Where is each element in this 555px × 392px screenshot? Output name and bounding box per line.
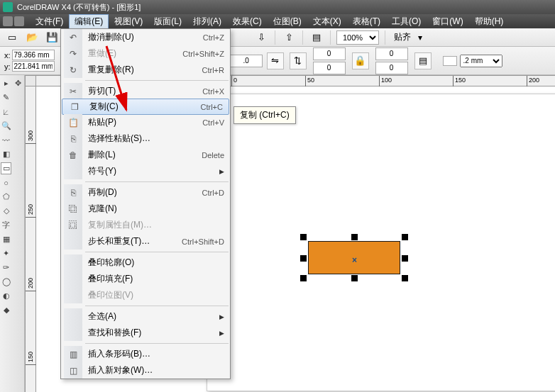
corner-c-input[interactable] [313, 62, 346, 74]
menu-表格t[interactable]: 表格(T) [347, 14, 386, 29]
ruler-tick-label: 100 [381, 77, 392, 84]
x-coord-input[interactable] [12, 50, 55, 60]
menu-item-撤消删除U[interactable]: ↶撤消删除(U)Ctrl+Z [61, 29, 230, 45]
menu-版面l[interactable]: 版面(L) [148, 14, 187, 29]
menu-item-查找和替换F[interactable]: 查找和替换(F)▶ [61, 325, 230, 341]
window-title: CorelDRAW X4 (不可转售) - [图形1] [17, 2, 141, 13]
menu-item-shortcut: Ctrl+X [202, 87, 224, 96]
menu-item-icon: ◫ [64, 362, 82, 379]
menu-item-shortcut: Ctrl+R [202, 66, 224, 74]
handle-mid-left[interactable] [300, 255, 307, 262]
ruler-tick-label: 0 [233, 77, 237, 84]
mirror-v-button[interactable]: ⇅ [290, 52, 307, 69]
shape-tool[interactable]: ✎ [1, 91, 11, 103]
handle-top-right[interactable] [402, 234, 408, 240]
rotation-input[interactable] [230, 55, 263, 67]
interactive-fill-tool[interactable]: ◆ [1, 304, 11, 316]
freehand-tool[interactable]: 〰 [1, 134, 11, 146]
quick-icon-2[interactable] [14, 16, 24, 26]
menu-item-剪切T[interactable]: ✂剪切(T)Ctrl+X [61, 83, 230, 99]
mirror-h-button[interactable]: ⇋ [267, 52, 284, 69]
handle-top-mid[interactable] [351, 234, 358, 240]
handle-mid-right[interactable] [402, 255, 408, 262]
rectangle-tool[interactable]: ▭ [1, 162, 11, 174]
menu-item-粘贴P[interactable]: 📋粘贴(P)Ctrl+V [61, 114, 230, 130]
menu-item-shortcut: Ctrl+C [201, 103, 223, 111]
handle-bot-mid[interactable] [351, 275, 358, 281]
import-button[interactable]: ⇩ [253, 30, 269, 45]
menu-位图b[interactable]: 位图(B) [268, 14, 307, 29]
ruler-vertical[interactable]: 300250200150 [25, 86, 36, 392]
menu-item-插入新对象W[interactable]: ◫插入新对象(W)… [61, 362, 230, 379]
pick-tool[interactable]: ▸ [1, 77, 11, 89]
y-label: y: [4, 62, 11, 71]
handle-bot-right[interactable] [402, 275, 408, 281]
corner-b-input[interactable] [375, 47, 408, 60]
menu-item-label: 插入新对象(W)… [88, 364, 224, 376]
menu-item-再制D[interactable]: ⎘再制(D)Ctrl+D [61, 184, 230, 201]
menu-item-叠印轮廓O[interactable]: 叠印轮廓(O) [61, 254, 230, 271]
menu-item-全选A[interactable]: 全选(A)▶ [61, 308, 230, 325]
menu-item-叠印填充F[interactable]: 叠印填充(F) [61, 271, 230, 287]
menu-窗口w[interactable]: 窗口(W) [427, 14, 468, 29]
outline-width-select[interactable]: .2 mm [460, 55, 502, 67]
fill-tool[interactable]: ◐ [1, 290, 11, 302]
interactive-tool[interactable]: ✦ [1, 247, 11, 259]
menu-item-符号Y[interactable]: 符号(Y)▶ [61, 163, 230, 179]
menu-item-删除L[interactable]: 🗑删除(L)Delete [61, 147, 230, 163]
menu-视图v[interactable]: 视图(V) [109, 14, 148, 29]
menu-item-icon [64, 163, 82, 179]
menu-排列a[interactable]: 排列(A) [187, 14, 227, 29]
open-file-button[interactable]: 📂 [24, 30, 40, 45]
y-coord-input[interactable] [12, 61, 55, 72]
table-tool[interactable]: ▦ [1, 233, 11, 245]
menu-item-label: 克隆(N) [88, 203, 224, 215]
export-button[interactable]: ⇧ [281, 30, 297, 45]
menu-文本x[interactable]: 文本(X) [307, 14, 347, 29]
lock-corners-button[interactable]: 🔒 [352, 52, 369, 69]
menu-工具o[interactable]: 工具(O) [386, 14, 427, 29]
corner-d-input[interactable] [375, 62, 408, 74]
smart-fill-tool[interactable]: ◧ [1, 148, 11, 160]
menu-效果c[interactable]: 效果(C) [227, 14, 268, 29]
new-file-button[interactable]: ▭ [4, 30, 20, 45]
ellipse-tool[interactable]: ○ [1, 177, 11, 189]
zoom-tool[interactable]: 🔍 [1, 120, 11, 132]
polygon-tool[interactable]: ⬠ [1, 191, 11, 203]
menu-item-步长和重复T[interactable]: 步长和重复(T)…Ctrl+Shift+D [61, 233, 230, 250]
ruler-tick-label: 250 [27, 204, 34, 215]
outline-width-group: .2 mm [443, 55, 502, 67]
menu-item-icon [64, 233, 82, 250]
basic-shapes-tool[interactable]: ◇ [1, 205, 11, 217]
pan-tool[interactable]: ✥ [13, 77, 23, 89]
snap-label[interactable]: 贴齐 [391, 31, 414, 43]
menu-item-重复删除R[interactable]: ↻重复删除(R)Ctrl+R [61, 62, 230, 78]
zoom-select[interactable]: 100% [336, 30, 379, 45]
menu-item-选择性粘贴S[interactable]: ⎘选择性粘贴(S)… [61, 130, 230, 147]
ruler-tick-label: 150 [27, 352, 34, 362]
menu-item-icon [64, 287, 82, 303]
quick-icon-1[interactable] [3, 16, 13, 26]
outline-tool[interactable]: ◯ [1, 276, 11, 288]
text-tool[interactable]: 字 [1, 219, 11, 231]
eyedropper-tool[interactable]: ✑ [1, 262, 11, 274]
menu-item-克隆N[interactable]: ⿻克隆(N) [61, 201, 230, 217]
wrap-text-button[interactable]: ▤ [414, 52, 432, 69]
menu-item-shortcut: Ctrl+D [202, 189, 224, 197]
publish-button[interactable]: ▤ [309, 30, 324, 45]
handle-bot-left[interactable] [300, 275, 307, 281]
menu-item-复制属性自M: ⿴复制属性自(M)… [61, 217, 230, 233]
menu-item-label: 再制(D) [88, 186, 195, 198]
corner-a-input[interactable] [313, 47, 346, 60]
selected-rectangle[interactable]: × [308, 241, 400, 274]
menu-编辑e[interactable]: 编辑(E) [69, 14, 109, 29]
outline-style-box[interactable] [443, 56, 457, 66]
menu-文件f[interactable]: 文件(F) [30, 14, 69, 29]
handle-top-left[interactable] [300, 234, 307, 240]
menu-item-复制C[interactable]: ❐复制(C)Ctrl+C [62, 99, 229, 115]
menu-item-插入条形码B[interactable]: ▥插入条形码(B)… [61, 346, 230, 362]
selection-center-icon: × [352, 255, 357, 265]
save-file-button[interactable]: 💾 [44, 30, 60, 45]
crop-tool[interactable]: ⟀ [1, 106, 11, 118]
menu-帮助h[interactable]: 帮助(H) [469, 14, 510, 29]
